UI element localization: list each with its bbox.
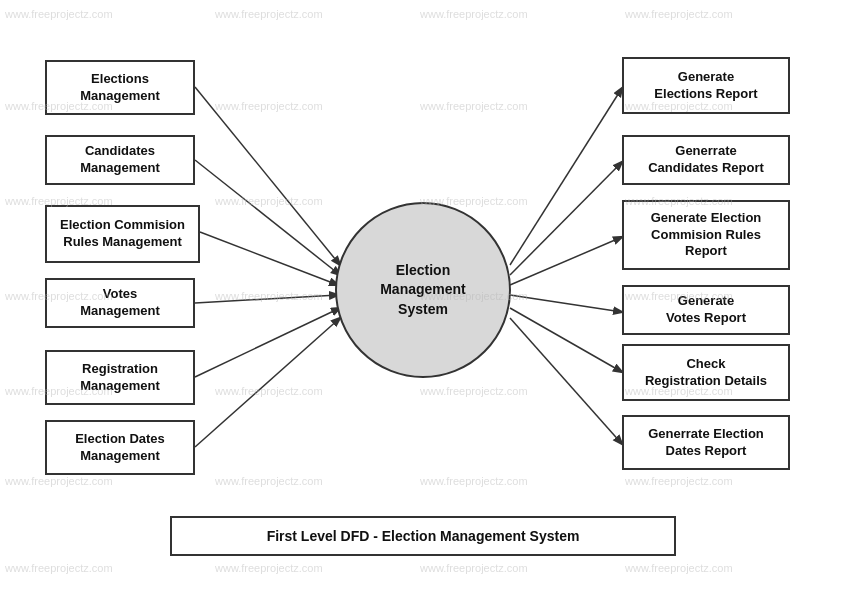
svg-line-10 — [510, 308, 622, 372]
svg-line-5 — [195, 318, 340, 447]
svg-line-4 — [195, 308, 340, 377]
diagram-container: Election Management System Elections Man… — [0, 0, 846, 593]
box-votes-management: Votes Management — [45, 278, 195, 328]
svg-line-6 — [510, 88, 622, 265]
box-elections-management: Elections Management — [45, 60, 195, 115]
svg-line-2 — [200, 232, 338, 285]
box-generate-election-commision-rules-report: Generate Election Commision Rules Report — [622, 200, 790, 270]
svg-line-11 — [510, 318, 622, 444]
box-generrate-candidates-report: Generrate Candidates Report — [622, 135, 790, 185]
box-election-commision-rules: Election Commision Rules Management — [45, 205, 200, 263]
caption-box: First Level DFD - Election Management Sy… — [170, 516, 676, 556]
svg-line-9 — [510, 295, 622, 312]
svg-line-3 — [195, 295, 338, 303]
box-election-dates-management: Election Dates Management — [45, 420, 195, 475]
box-generate-elections-report: Generate Elections Report — [622, 57, 790, 114]
box-generate-votes-report: Generate Votes Report — [622, 285, 790, 335]
center-circle: Election Management System — [335, 202, 511, 378]
box-candidates-management: Candidates Management — [45, 135, 195, 185]
caption-text: First Level DFD - Election Management Sy… — [267, 528, 580, 544]
svg-line-8 — [510, 237, 622, 285]
svg-line-7 — [510, 162, 622, 275]
box-registration-management: Registration Management — [45, 350, 195, 405]
box-generrate-election-dates-report: Generrate Election Dates Report — [622, 415, 790, 470]
box-check-registration-details: Check Registration Details — [622, 344, 790, 401]
center-circle-label: Election Management System — [380, 261, 466, 320]
